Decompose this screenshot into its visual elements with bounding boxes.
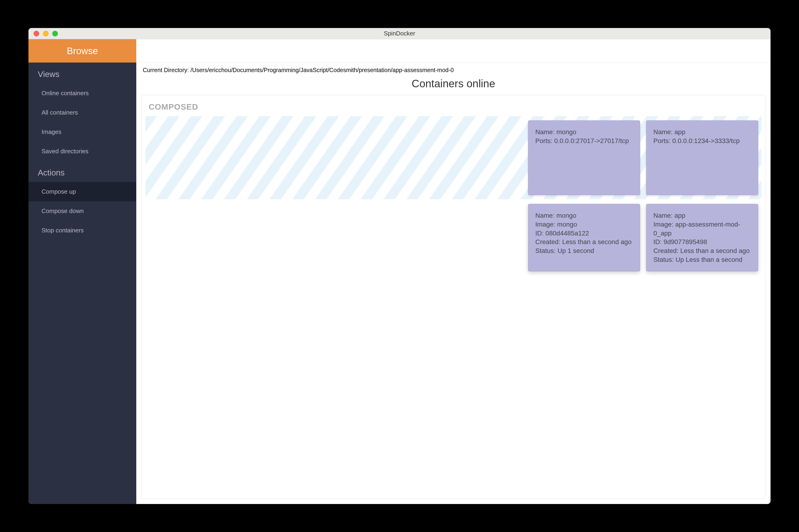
card-image: Image: mongo <box>535 220 633 229</box>
composed-row: Name: mongo Ports: 0.0.0.0:27017->27017/… <box>145 116 761 199</box>
content-panel: COMPOSED Name: mongo Ports: 0.0.0.0:2701… <box>141 95 765 499</box>
card-status: Status: Up Less than a second <box>653 255 751 264</box>
sidebar-item-images[interactable]: Images <box>28 122 136 141</box>
maximize-window-button[interactable] <box>52 31 58 36</box>
window-title: SpinDocker <box>28 30 771 37</box>
card-name: Name: mongo <box>535 128 633 136</box>
app-body: Browse Views Online containers All conta… <box>28 39 771 504</box>
card-image: Image: app-assessment-mod-0_app <box>653 220 751 238</box>
card-status: Status: Up 1 second <box>535 246 633 255</box>
traffic-lights <box>28 31 58 36</box>
card-name: Name: app <box>653 211 751 220</box>
page-title: Containers online <box>136 76 771 95</box>
titlebar: SpinDocker <box>28 28 771 39</box>
composed-label: COMPOSED <box>145 102 761 116</box>
top-bar <box>136 39 771 62</box>
minimize-window-button[interactable] <box>43 31 49 36</box>
details-row: Name: mongo Image: mongo ID: 080d4485a12… <box>145 199 761 276</box>
card-name: Name: app <box>653 128 751 136</box>
current-directory: Current Directory: /Users/ericchou/Docum… <box>136 62 771 76</box>
app-window: SpinDocker Browse Views Online container… <box>28 28 771 504</box>
card-id: ID: 080d4485a122 <box>535 229 633 238</box>
sidebar-item-compose-down[interactable]: Compose down <box>28 202 136 221</box>
sidebar: Browse Views Online containers All conta… <box>28 39 136 504</box>
sidebar-section-views: Views <box>28 62 136 83</box>
card-ports: Ports: 0.0.0.0:1234->3333/tcp <box>653 136 751 145</box>
card-created: Created: Less than a second ago <box>653 246 751 255</box>
sidebar-header[interactable]: Browse <box>28 39 136 62</box>
sidebar-item-online-containers[interactable]: Online containers <box>28 83 136 103</box>
compose-card-app[interactable]: Name: app Ports: 0.0.0.0:1234->3333/tcp <box>646 120 758 195</box>
detail-card-app[interactable]: Name: app Image: app-assessment-mod-0_ap… <box>646 204 758 271</box>
card-ports: Ports: 0.0.0.0:27017->27017/tcp <box>535 136 633 145</box>
sidebar-section-actions: Actions <box>28 161 136 182</box>
sidebar-item-saved-directories[interactable]: Saved directories <box>28 141 136 161</box>
card-name: Name: mongo <box>535 211 633 220</box>
detail-card-mongo[interactable]: Name: mongo Image: mongo ID: 080d4485a12… <box>528 204 640 271</box>
card-created: Created: Less than a second ago <box>535 238 633 246</box>
close-window-button[interactable] <box>34 31 39 36</box>
sidebar-item-stop-containers[interactable]: Stop containers <box>28 221 136 240</box>
compose-card-mongo[interactable]: Name: mongo Ports: 0.0.0.0:27017->27017/… <box>528 120 640 195</box>
main-content: Current Directory: /Users/ericchou/Docum… <box>136 39 771 504</box>
sidebar-item-all-containers[interactable]: All containers <box>28 103 136 122</box>
card-id: ID: 9d9077895498 <box>653 238 751 246</box>
sidebar-item-compose-up[interactable]: Compose up <box>28 182 136 202</box>
